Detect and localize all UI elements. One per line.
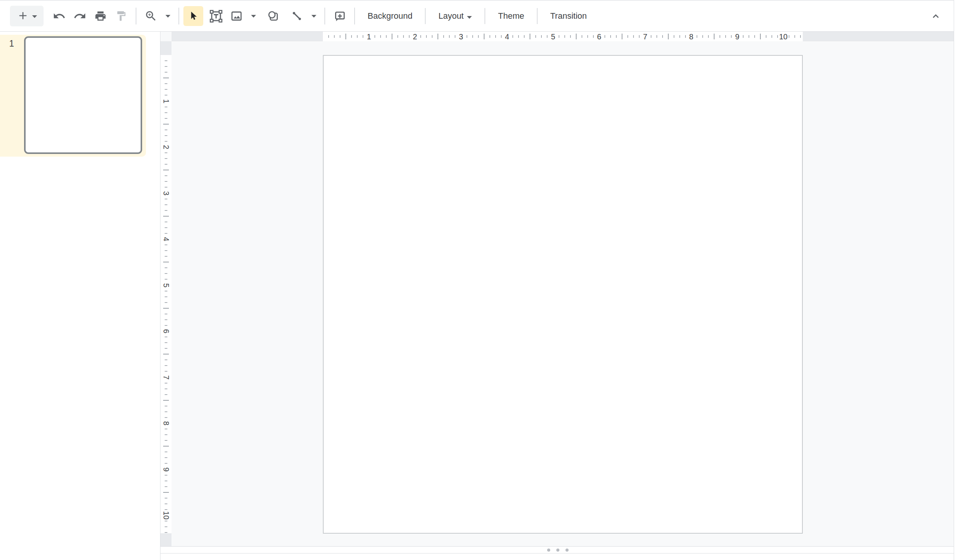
ruler-tick xyxy=(165,89,167,90)
background-button[interactable]: Background xyxy=(359,6,421,26)
ruler-tick xyxy=(541,35,542,38)
ruler-tick xyxy=(165,112,167,113)
line-dropdown[interactable] xyxy=(307,5,320,27)
ruler-tick xyxy=(165,440,167,441)
select-tool-button[interactable] xyxy=(183,6,203,26)
redo-button[interactable] xyxy=(70,5,90,27)
ruler-tick xyxy=(535,35,536,38)
ruler-tick xyxy=(604,35,605,38)
ruler-tick xyxy=(345,34,346,39)
ruler-tick xyxy=(743,35,744,38)
ruler-tick xyxy=(165,291,167,291)
ruler-tick xyxy=(165,187,167,188)
zoom-dropdown[interactable] xyxy=(161,5,174,27)
ruler-tick xyxy=(771,35,772,38)
zoom-button[interactable] xyxy=(141,5,161,27)
ruler-tick xyxy=(794,35,795,38)
new-slide-dropdown[interactable] xyxy=(32,13,37,19)
speaker-notes-splitter[interactable] xyxy=(160,546,956,554)
toolbar-separator xyxy=(484,8,485,24)
ruler-number: 5 xyxy=(162,283,170,287)
ruler-tick xyxy=(679,35,680,38)
theme-button[interactable]: Theme xyxy=(489,6,532,26)
comment-button[interactable] xyxy=(329,5,350,27)
ruler-number: 4 xyxy=(162,237,170,241)
ruler-tick xyxy=(437,34,438,39)
hide-menus-button[interactable] xyxy=(925,5,946,27)
layout-button[interactable]: Layout xyxy=(430,6,480,26)
ruler-tick xyxy=(165,452,167,452)
ruler-number: 3 xyxy=(162,191,170,195)
ruler-tick xyxy=(165,521,167,521)
theme-button-label: Theme xyxy=(498,11,524,21)
ruler-tick xyxy=(472,35,473,38)
ruler-tick xyxy=(582,35,582,38)
ruler-tick xyxy=(570,35,571,38)
ruler-tick xyxy=(163,400,169,401)
ruler-tick xyxy=(674,35,674,38)
ruler-tick xyxy=(165,532,167,533)
ruler-tick xyxy=(165,267,167,268)
ruler-number: 4 xyxy=(505,32,509,42)
ruler-tick xyxy=(593,35,594,38)
transition-button[interactable]: Transition xyxy=(542,6,595,26)
ruler-tick xyxy=(627,35,628,38)
slide-canvas[interactable] xyxy=(323,55,803,534)
toolbar-separator xyxy=(425,8,426,24)
ruler-tick xyxy=(163,446,169,447)
ruler-tick xyxy=(685,35,686,38)
ruler-tick xyxy=(165,210,167,211)
ruler-tick xyxy=(662,35,663,38)
ruler-tick xyxy=(576,34,577,39)
caret-down-icon xyxy=(311,15,316,18)
ruler-tick xyxy=(165,429,167,429)
printer-icon xyxy=(94,10,107,22)
caret-down-icon xyxy=(467,11,472,21)
ruler-tick xyxy=(165,273,167,274)
ruler-tick xyxy=(165,365,167,366)
ruler-tick xyxy=(165,152,167,153)
toolbar: Background Layout Theme Transition xyxy=(0,0,956,32)
shape-tool-button[interactable] xyxy=(263,5,284,27)
image-tool-button[interactable] xyxy=(226,5,247,27)
toolbar-separator xyxy=(136,8,136,24)
ruler-tick xyxy=(165,118,167,119)
textbox-tool-button[interactable] xyxy=(206,5,226,27)
line-tool-button[interactable] xyxy=(287,5,307,27)
ruler-number: 1 xyxy=(162,99,170,103)
slide-thumbnail[interactable] xyxy=(24,36,142,154)
undo-button[interactable] xyxy=(49,5,70,27)
ruler-tick xyxy=(397,35,398,38)
ruler-tick xyxy=(163,262,169,262)
paint-format-button xyxy=(111,5,131,27)
ruler-number: 10 xyxy=(162,511,170,520)
ruler-tick xyxy=(501,35,502,38)
ruler-tick xyxy=(386,35,387,38)
ruler-tick xyxy=(702,35,703,38)
ruler-tick xyxy=(374,35,375,38)
ruler-tick xyxy=(163,124,169,125)
ruler-tick xyxy=(639,35,640,38)
ruler-tick xyxy=(165,83,167,84)
new-slide-button[interactable] xyxy=(10,6,44,26)
ruler-tick xyxy=(564,35,565,38)
ruler-tick xyxy=(165,66,167,67)
ruler-tick xyxy=(163,308,169,309)
slide-entry-selected[interactable]: 1 xyxy=(0,35,146,157)
ruler-tick xyxy=(165,388,167,389)
slide-filmstrip: 1 xyxy=(0,32,160,560)
ruler-tick xyxy=(392,34,392,39)
print-button[interactable] xyxy=(90,5,111,27)
ruler-tick xyxy=(165,457,167,458)
ruler-number: 6 xyxy=(597,32,601,42)
ruler-tick xyxy=(524,35,525,38)
ruler-tick xyxy=(478,35,479,38)
ruler-tick xyxy=(165,417,167,418)
ruler-tick xyxy=(559,35,559,38)
image-dropdown[interactable] xyxy=(247,5,260,27)
toolbar-separator xyxy=(537,8,538,24)
ruler-tick xyxy=(340,35,340,38)
ruler-tick xyxy=(616,35,617,38)
toolbar-separator xyxy=(178,8,179,24)
ruler-tick xyxy=(163,354,169,354)
